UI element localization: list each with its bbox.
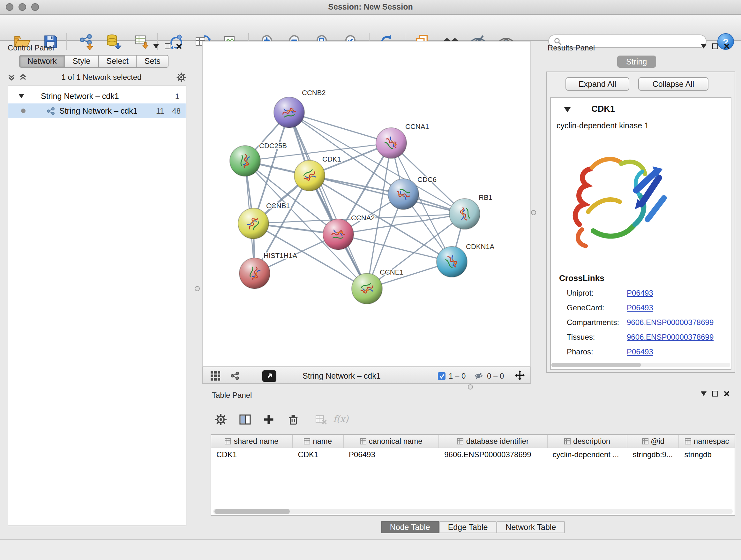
graph-node-label: CDC6	[417, 176, 436, 184]
panel-close-icon[interactable]	[724, 44, 730, 49]
tab-node-table[interactable]: Node Table	[381, 521, 439, 533]
birdseye-toggle[interactable]	[262, 370, 276, 382]
import-table-icon[interactable]	[132, 32, 151, 51]
graph-node-rb1[interactable]	[449, 199, 480, 229]
splitter-grip[interactable]	[531, 210, 536, 215]
panel-menu-icon[interactable]	[153, 44, 159, 49]
graph-node-cdc6[interactable]	[388, 179, 419, 209]
graph-edge[interactable]	[310, 176, 465, 214]
column-label: canonical name	[369, 437, 422, 446]
tab-network[interactable]: Network	[19, 55, 65, 68]
add-column-icon[interactable]	[260, 411, 277, 428]
graph-edge[interactable]	[289, 112, 391, 143]
tab-select[interactable]: Select	[98, 55, 137, 68]
tree-caret-icon[interactable]	[18, 94, 24, 98]
graph-node-cdk1[interactable]	[294, 160, 325, 191]
crosslink-tissues-link[interactable]: 9606.ENSP00000378699	[627, 333, 714, 346]
crosslink-compartments-link[interactable]: 9606.ENSP00000378699	[627, 318, 714, 331]
results-tab-string[interactable]: String	[617, 56, 656, 68]
hidden-items-indicator[interactable]: 0 – 0	[474, 370, 504, 382]
panel-close-icon[interactable]	[176, 44, 182, 49]
toolbar-separator	[66, 33, 67, 50]
cell-name: CDK1	[293, 448, 344, 461]
table-settings-gear-icon[interactable]	[212, 411, 229, 428]
panel-float-icon[interactable]	[712, 44, 718, 49]
grid-view-icon[interactable]	[211, 370, 220, 382]
splitter-grip[interactable]	[468, 384, 473, 389]
graph-node-cdkn1a[interactable]	[436, 246, 467, 277]
splitter-grip[interactable]	[195, 286, 200, 291]
column-header-name[interactable]: name	[293, 435, 344, 448]
column-header-canonical-name[interactable]: canonical name	[344, 435, 439, 448]
graph-node-ccna1[interactable]	[376, 128, 407, 159]
crosslink-row: Pharos: P06493	[567, 348, 730, 360]
delete-column-icon[interactable]	[285, 411, 301, 428]
table-row[interactable]: CDK1 CDK1 P06493 9606.ENSP00000378699 cy…	[211, 448, 735, 461]
panel-float-icon[interactable]	[165, 44, 171, 49]
cell-namespace: stringdb	[679, 448, 735, 461]
scrollbar-thumb[interactable]	[214, 509, 290, 514]
results-horizontal-scrollbar[interactable]	[551, 363, 730, 367]
select-columns-icon[interactable]	[237, 411, 253, 428]
zoom-window-button[interactable]	[31, 3, 39, 11]
tab-sets[interactable]: Sets	[137, 55, 169, 68]
pan-mode-icon[interactable]	[515, 370, 525, 382]
selected-nodes-indicator[interactable]: 1 – 0	[438, 370, 466, 382]
collapse-all-button[interactable]: Collapse All	[638, 77, 709, 91]
panel-float-icon[interactable]	[712, 391, 718, 396]
column-label: shared name	[234, 437, 279, 446]
graph-node-hist1h1a[interactable]	[239, 258, 270, 289]
delete-table-icon-disabled	[313, 411, 329, 428]
cell-id: stringdb:9...	[628, 448, 679, 461]
gear-icon[interactable]	[176, 72, 186, 82]
crosslink-uniprot-link[interactable]: P06493	[627, 289, 653, 301]
cell-canonical-name: P06493	[344, 448, 439, 461]
crosslink-row: Tissues: 9606.ENSP00000378699	[567, 333, 730, 346]
tab-style[interactable]: Style	[65, 55, 99, 68]
import-network-file-icon[interactable]	[77, 32, 96, 51]
graph-node-ccna2[interactable]	[323, 219, 354, 250]
crosslink-genecard-link[interactable]: P06493	[627, 303, 653, 316]
column-header-description[interactable]: description	[547, 435, 627, 448]
expand-all-button[interactable]: Expand All	[565, 77, 629, 91]
crosslink-row: Uniprot: P06493	[567, 289, 730, 301]
control-panel-title: Control Panel	[8, 44, 54, 52]
network-list-icon[interactable]	[230, 370, 240, 382]
crosslink-pharos-link[interactable]: P06493	[627, 348, 653, 360]
graph-edge[interactable]	[289, 112, 367, 289]
graph-node-ccnb1[interactable]	[238, 208, 269, 239]
column-label: name	[313, 437, 332, 446]
column-header-shared-name[interactable]: shared name	[211, 435, 293, 448]
gene-description: cyclin-dependent kinase 1	[556, 121, 649, 130]
column-header-id[interactable]: @id	[628, 435, 679, 448]
tab-edge-table[interactable]: Edge Table	[439, 521, 497, 533]
node-count: 11	[156, 106, 164, 115]
scrollbar-thumb[interactable]	[551, 363, 641, 367]
tab-network-table[interactable]: Network Table	[496, 521, 565, 533]
graph-node-ccne1[interactable]	[352, 273, 382, 304]
collection-count: 1	[175, 91, 179, 101]
table-panel-controls	[701, 391, 730, 396]
protein-structure-image	[560, 135, 680, 263]
column-header-database-identifier[interactable]: database identifier	[439, 435, 547, 448]
panel-menu-icon[interactable]	[701, 391, 706, 396]
collapse-all-icon[interactable]	[8, 73, 15, 81]
gene-symbol: CDK1	[562, 104, 645, 114]
network-graph[interactable]: CCNB2CCNA1CDC25BCDK1CDC6RB1CCNB1CCNA2CDK…	[203, 42, 530, 366]
table-header-row: shared name name canonical name database…	[211, 435, 735, 448]
column-header-namespace[interactable]: namespac	[679, 435, 735, 448]
close-window-button[interactable]	[6, 3, 13, 11]
network-row-selected[interactable]: String Network – cdk1 11 48	[8, 104, 186, 118]
graph-node-ccnb2[interactable]	[274, 97, 305, 128]
graph-node-cdc25b[interactable]	[230, 145, 260, 176]
control-panel-tabs: Network Style Select Sets	[19, 55, 169, 68]
panel-close-icon[interactable]	[724, 391, 730, 396]
network-canvas[interactable]: CCNB2CCNA1CDC25BCDK1CDC6RB1CCNB1CCNA2CDK…	[202, 41, 531, 367]
panel-menu-icon[interactable]	[701, 44, 706, 49]
import-network-database-icon[interactable]	[104, 32, 123, 51]
expand-all-icon[interactable]	[19, 73, 27, 81]
crosslink-label: Tissues:	[567, 333, 627, 346]
minimize-window-button[interactable]	[18, 3, 26, 11]
table-horizontal-scrollbar[interactable]	[213, 509, 733, 514]
network-collection-row[interactable]: String Network – cdk1 1	[8, 89, 186, 104]
